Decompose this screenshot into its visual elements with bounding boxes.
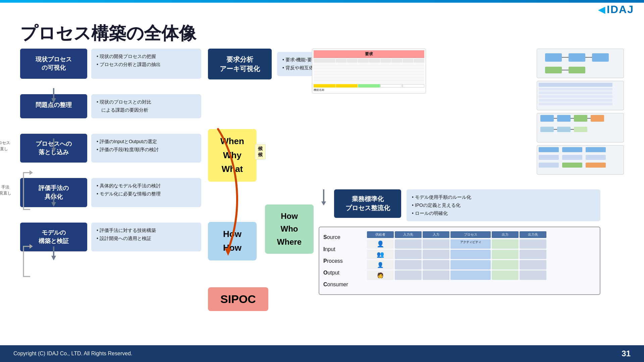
svg-rect-22 [539,88,612,90]
feedback-label-method: 手法見直し [0,184,11,196]
main-content: 現状プロセス の可視化 • 現状の開発プロセスの把握 • プロセスの分析と課題の… [20,49,624,342]
flow-row-1: 現状プロセス の可視化 • 現状の開発プロセスの把握 • プロセスの分析と課題の… [20,49,201,79]
process-box-5: モデルの構築と検証 [20,223,87,251]
feedback-label-process: プロセス見直し [0,140,10,152]
left-flow-column: 現状プロセス の可視化 • 現状の開発プロセスの把握 • プロセスの分析と課題の… [20,49,201,253]
footer-copyright: Copyright (C) IDAJ Co., LTD. All Rights … [13,351,132,357]
thumbnail-1 [537,49,624,78]
page-number: 31 [622,349,631,358]
gyomu-row: 業務標準化プロセス整流化 • モデル使用手順のルール化 • IPOの定義と見える… [319,189,600,221]
sipoc-row-3: 👤 [367,260,596,269]
sipoc-row-1: 👤 アクティビティ [367,239,596,249]
svg-rect-28 [557,115,571,122]
svg-rect-45 [539,163,559,168]
flow-row-4: 評価手法の具体化 • 具体的なモデル化手法の検討 • モデル化に必要な情報の整理 [20,178,201,207]
how-who-where-box: HowWhoWhere [265,204,314,254]
svg-rect-40 [562,147,582,152]
svg-rect-43 [562,155,582,160]
sipoc-section: Source Input Process Output Consumer 供給者… [319,227,600,295]
svg-rect-30 [591,115,604,122]
yokyu-box: 要求分析アーキ可視化 [208,49,272,79]
req-table-grid [314,59,424,63]
logo-area: ◀ IDAJ [598,3,634,16]
header-bar [0,0,644,3]
diagram-thumbnails [537,49,624,175]
flow-row-3: プロセスへの落とし込み • 評価のInputとOutputの選定 • 評価の手段… [20,134,201,163]
logo-icon: ◀ [598,4,605,15]
svg-rect-42 [539,155,559,160]
thumbnail-4 [537,145,624,175]
gyomu-box: 業務標準化プロセス整流化 [334,189,401,218]
note-label: 候候 [255,144,266,160]
svg-rect-47 [586,163,606,168]
sipoc-header-row: 供給者 入力先 入力 プロセス 出力 出力先 [367,231,596,238]
process-box-4: 評価手法の具体化 [20,178,87,207]
svg-rect-36 [574,127,587,132]
svg-rect-41 [586,147,606,152]
svg-rect-27 [540,115,554,122]
req-table: 要求 機能名称 [312,49,426,94]
svg-rect-25 [539,99,612,102]
gyomu-arrow [319,189,329,207]
flow-row-2: 問題点の整理 • 現状のプロセスとの対比 による課題の要因分析 [20,94,201,118]
req-table-header: 要求 [314,50,424,58]
footer: Copyright (C) IDAJ Co., LTD. All Rights … [0,345,644,362]
right-arrow-svg [319,189,329,206]
process-box-3: プロセスへの落とし込み [20,134,87,163]
when-why-what-box: When Why What [208,129,257,182]
sipoc-row-2: 👥 [367,250,596,259]
svg-rect-18 [545,67,562,73]
arrow-spacer-2 [20,121,201,134]
arrow-spacer-1 [20,81,201,94]
desc-box-4: • 具体的なモデル化手法の検討 • モデル化に必要な情報の整理 [91,178,201,207]
sipoc-visual: 供給者 入力先 入力 プロセス 出力 出力先 👤 アクティビティ [367,231,596,280]
flow-row-3-container: プロセス見直し プロセスへの落とし込み • 評価のInputとOutputの選定… [20,134,201,163]
desc-box-5: • 評価手法に対する技術構築 • 設計開発への適用と検証 [91,223,201,251]
svg-rect-44 [586,155,606,160]
thumbnail-2 [537,81,624,110]
sipoc-row-4: 🧑 [367,270,596,280]
thumbnail-3 [537,113,624,142]
page-title: プロセス構築の全体像 [20,22,196,45]
svg-rect-39 [539,147,559,152]
svg-rect-46 [562,163,582,168]
sipoc-acronym-col: Source Input Process Output Consumer [323,231,360,290]
svg-rect-13 [545,53,562,62]
arrow-spacer-4 [20,210,201,223]
desc-box-3: • 評価のInputとOutputの選定 • 評価の手段/粒度/順序の検討 [91,134,201,163]
svg-marker-12 [321,201,326,205]
requirements-area: 要求 機能名称 [312,49,439,94]
how-how-box: How How [208,222,257,260]
process-box-2: 問題点の整理 [20,94,87,118]
svg-rect-19 [569,67,585,73]
svg-rect-34 [540,127,554,132]
svg-rect-23 [539,92,612,94]
arrow-spacer-3 [20,165,201,178]
gyomu-section: 業務標準化プロセス整流化 • モデル使用手順のルール化 • IPOの定義と見える… [319,189,600,295]
svg-rect-29 [574,115,587,122]
svg-rect-14 [569,53,585,62]
svg-rect-21 [539,83,612,87]
sipoc-box: SIPOC [208,287,268,311]
desc-box-1: • 現状の開発プロセスの把握 • プロセスの分析と課題の抽出 [91,49,201,79]
flow-row-5: モデルの構築と検証 • 評価手法に対する技術構築 • 設計開発への適用と検証 [20,223,201,251]
svg-rect-15 [592,53,609,62]
svg-rect-24 [539,95,612,98]
svg-rect-26 [539,103,612,105]
svg-rect-35 [557,127,571,132]
desc-box-2: • 現状のプロセスとの対比 による課題の要因分析 [91,94,201,118]
flow-row-4-container: 手法見直し 評価手法の具体化 • 具体的なモデル化手法の検討 • モデル化に必要… [20,178,201,207]
logo-text: IDAJ [607,3,634,16]
gyomu-desc-box: • モデル使用手順のルール化 • IPOの定義と見える化 • ロールの明確化 [407,189,600,221]
sipoc-acronym: Source Input Process Output Consumer [323,231,360,290]
process-box-1: 現状プロセス の可視化 [20,49,87,79]
req-table-data [314,84,424,87]
